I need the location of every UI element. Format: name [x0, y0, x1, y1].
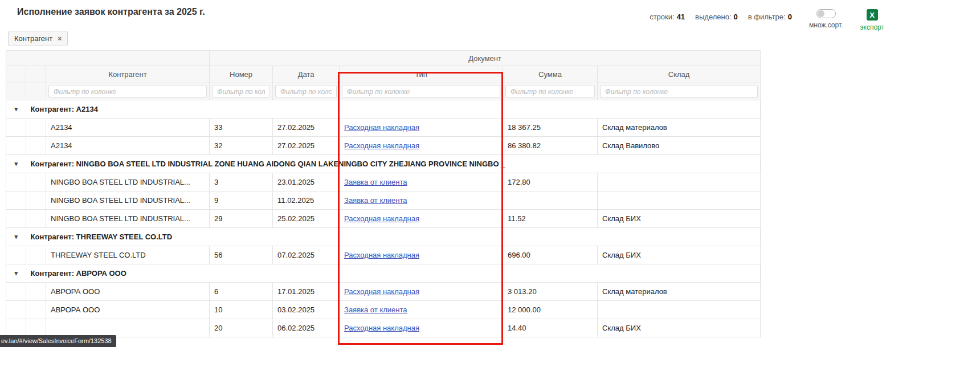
document-link[interactable]: Расходная накладная: [344, 324, 419, 332]
rows-count-value: 41: [677, 13, 685, 21]
counterparty-cell: А2134: [46, 137, 210, 155]
header-blank-area: [6, 51, 210, 66]
group-label: Контрагент: NINGBO BOA STEEL LTD INDUSTR…: [26, 155, 761, 173]
requests-table: Документ Контрагент Номер Дата Тип Сумма…: [6, 50, 761, 337]
counterparty-cell: THREEWAY STEEL CO.LTD: [46, 246, 210, 264]
sum-cell: 18 367.25: [503, 119, 598, 137]
table-row[interactable]: NINGBO BOA STEEL LTD INDUSTRIAL...2925.0…: [6, 210, 761, 228]
document-link[interactable]: Расходная накладная: [344, 251, 419, 259]
export-label: экспорт: [860, 23, 884, 31]
filter-input-warehouse[interactable]: [600, 85, 758, 98]
type-cell: Заявка от клиента: [340, 301, 503, 319]
selected-count-value: 0: [734, 13, 738, 21]
select-column-header: [26, 66, 46, 83]
row-spacer: [6, 173, 26, 191]
sum-cell: 12 000.00: [503, 301, 598, 319]
date-cell: 27.02.2025: [273, 119, 340, 137]
row-selector: [26, 246, 46, 264]
document-link[interactable]: Заявка от клиента: [344, 196, 407, 205]
document-link[interactable]: Заявка от клиента: [344, 305, 407, 314]
table-row[interactable]: THREEWAY STEEL CO.LTD5607.02.2025Расходн…: [6, 246, 761, 264]
sum-cell: 11.52: [503, 210, 598, 228]
filter-input-number[interactable]: [212, 85, 270, 98]
group-collapse-icon[interactable]: ▾: [6, 155, 26, 173]
number-cell: 6: [210, 283, 273, 301]
column-header-number[interactable]: Номер: [210, 66, 273, 83]
filter-input-type[interactable]: [342, 85, 500, 98]
date-cell: 03.02.2025: [273, 301, 340, 319]
column-header-warehouse[interactable]: Склад: [598, 66, 761, 83]
table-row[interactable]: А21343227.02.2025Расходная накладная86 3…: [6, 137, 761, 155]
type-cell: Расходная накладная: [340, 119, 503, 137]
warehouse-cell: [598, 191, 761, 210]
counterparty-cell: NINGBO BOA STEEL LTD INDUSTRIAL...: [46, 191, 210, 210]
sum-cell: 3 013.20: [503, 283, 598, 301]
row-selector: [26, 191, 46, 210]
counterparty-cell: АВРОРА ООО: [46, 283, 210, 301]
type-cell: Расходная накладная: [340, 137, 503, 155]
number-cell: 32: [210, 137, 273, 155]
rows-count-label: строки:: [650, 13, 674, 21]
status-bar-link-tooltip: ev.lan/#/view/SalesInvoiceForm/132538: [0, 335, 116, 347]
warehouse-cell: [598, 301, 761, 319]
table-row[interactable]: А21343327.02.2025Расходная накладная18 3…: [6, 119, 761, 137]
active-filters-bar: Контрагент ×: [8, 31, 980, 48]
table-row[interactable]: 2006.02.2025Расходная накладная14.40Скла…: [6, 319, 761, 337]
row-selector: [26, 301, 46, 319]
document-link[interactable]: Заявка от клиента: [344, 178, 407, 186]
multisort-control: множ.сорт.: [809, 9, 843, 29]
filtered-count-value: 0: [788, 13, 792, 21]
filter-input-date[interactable]: [275, 85, 337, 98]
column-header-counterparty[interactable]: Контрагент: [46, 66, 210, 83]
warehouse-cell: Склад Вавилово: [598, 137, 761, 155]
table-row[interactable]: АВРОРА ООО617.01.2025Расходная накладная…: [6, 283, 761, 301]
table-row[interactable]: АВРОРА ООО1003.02.2025Заявка от клиента1…: [6, 301, 761, 319]
date-cell: 23.01.2025: [273, 173, 340, 191]
selected-count-label: выделено:: [695, 13, 731, 21]
date-cell: 07.02.2025: [273, 246, 340, 264]
page-title: Исполнение заявок контрагента за 2025 г.: [17, 7, 205, 17]
group-collapse-icon[interactable]: ▾: [6, 228, 26, 246]
warehouse-cell: Склад БИХ: [598, 319, 761, 337]
number-cell: 20: [210, 319, 273, 337]
row-spacer: [6, 119, 26, 137]
chip-remove-icon[interactable]: ×: [58, 35, 62, 42]
group-row: ▾Контрагент: А2134: [6, 100, 761, 119]
counterparty-cell: А2134: [46, 119, 210, 137]
filter-input-sum[interactable]: [505, 85, 595, 98]
type-cell: Заявка от клиента: [340, 173, 503, 191]
document-link[interactable]: Расходная накладная: [344, 141, 419, 150]
row-spacer: [6, 137, 26, 155]
sum-cell: 14.40: [503, 319, 598, 337]
table-row[interactable]: NINGBO BOA STEEL LTD INDUSTRIAL...911.02…: [6, 191, 761, 210]
filter-chip-label: Контрагент: [14, 34, 52, 43]
filter-input-counterparty[interactable]: [48, 85, 207, 98]
document-link[interactable]: Расходная накладная: [344, 214, 419, 223]
number-cell: 33: [210, 119, 273, 137]
group-row: ▾Контрагент: NINGBO BOA STEEL LTD INDUST…: [6, 155, 761, 173]
row-selector: [26, 119, 46, 137]
row-spacer: [6, 283, 26, 301]
multisort-toggle[interactable]: [816, 9, 836, 18]
row-selector: [26, 173, 46, 191]
header-toolbar: строки:41 выделено:0 в фильтре:0 множ.со…: [650, 7, 884, 31]
export-control: X экспорт: [860, 9, 884, 31]
page-header: Исполнение заявок контрагента за 2025 г.…: [0, 0, 980, 26]
table-row[interactable]: NINGBO BOA STEEL LTD INDUSTRIAL...323.01…: [6, 173, 761, 191]
excel-export-icon[interactable]: X: [867, 9, 878, 21]
column-header-date[interactable]: Дата: [273, 66, 340, 83]
document-link[interactable]: Расходная накладная: [344, 123, 419, 132]
filter-chip-counterparty[interactable]: Контрагент ×: [8, 31, 68, 46]
row-selector: [26, 137, 46, 155]
column-header-sum[interactable]: Сумма: [503, 66, 598, 83]
number-cell: 29: [210, 210, 273, 228]
sum-cell: 172.80: [503, 173, 598, 191]
column-header-type[interactable]: Тип: [340, 66, 503, 83]
type-cell: Расходная накладная: [340, 319, 503, 337]
document-link[interactable]: Расходная накладная: [344, 287, 419, 296]
warehouse-cell: Склад материалов: [598, 119, 761, 137]
number-cell: 9: [210, 191, 273, 210]
group-collapse-icon[interactable]: ▾: [6, 264, 26, 283]
group-collapse-icon[interactable]: ▾: [6, 100, 26, 119]
sum-cell: [503, 191, 598, 210]
